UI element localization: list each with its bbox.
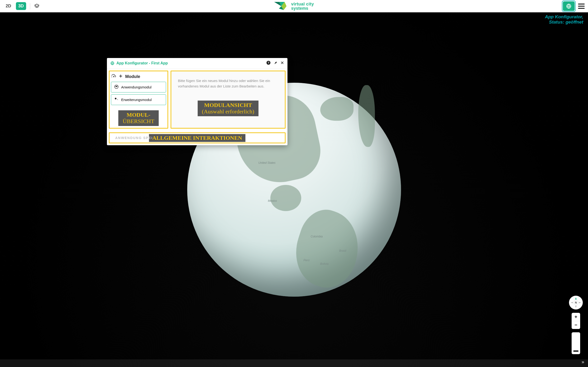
help-icon[interactable]: ? xyxy=(266,60,271,66)
zoom-out-button[interactable]: − xyxy=(572,321,580,329)
panel-header: App Konfigurator - First App ? xyxy=(107,58,287,69)
save-application-button[interactable]: ANWENDUNG SPEI xyxy=(115,136,153,140)
svg-marker-0 xyxy=(35,4,39,6)
brand-line1: virtual city xyxy=(291,2,314,6)
bottom-bar xyxy=(0,359,588,367)
zoom-in-button[interactable]: + xyxy=(572,313,580,321)
svg-marker-14 xyxy=(579,302,581,303)
status-label: App Konfigurator, Status: geöffnet xyxy=(545,14,583,25)
brand-line2: systems xyxy=(291,6,314,10)
status-line2: Status: geöffnet xyxy=(545,19,583,25)
pin-icon[interactable] xyxy=(274,61,278,66)
map-viewport[interactable]: Canada United States Mexico Colombia Per… xyxy=(0,12,588,367)
annotation-module-view: MODULANSICHT (Auswahl erforderlich) xyxy=(198,100,259,116)
layers-icon[interactable] xyxy=(34,3,40,9)
globe-icon xyxy=(110,61,114,65)
menu-button[interactable] xyxy=(578,4,585,9)
topbar-right xyxy=(562,0,585,12)
view-2d-button[interactable]: 2D xyxy=(3,2,14,10)
globe-icon xyxy=(566,3,572,9)
topbar-left: 2D 3D xyxy=(3,2,40,10)
app-configurator-panel: App Konfigurator - First App ? M xyxy=(107,58,287,145)
map-controls: N + − xyxy=(569,296,583,354)
tilt-slider[interactable] xyxy=(572,332,580,354)
module-item-label: Erweiterungsmodul xyxy=(121,98,152,102)
close-icon[interactable] xyxy=(280,61,284,66)
module-view-section: Bitte fügen Sie ein neues Modul hinzu od… xyxy=(171,71,286,129)
extension-module-icon xyxy=(114,97,119,102)
app-module-icon xyxy=(114,84,119,90)
divider xyxy=(30,3,30,9)
zoom-controls: + − xyxy=(572,313,580,329)
annotation-module-overview: MODUL- ÜBERSICHT xyxy=(118,110,158,126)
tilt-slider-handle[interactable] xyxy=(573,350,579,352)
compass-button[interactable]: N xyxy=(569,296,583,309)
svg-marker-12 xyxy=(575,306,577,308)
view-3d-button[interactable]: 3D xyxy=(16,2,26,10)
compass-icon: N xyxy=(570,297,582,309)
panel-title-text: App Konfigurator - First App xyxy=(116,61,168,65)
svg-marker-13 xyxy=(571,302,573,303)
module-section-title: Module xyxy=(125,74,140,79)
svg-text:?: ? xyxy=(268,61,269,64)
module-view-placeholder: Bitte fügen Sie ein neues Modul hinzu od… xyxy=(178,78,278,89)
svg-text:N: N xyxy=(575,301,577,304)
logo-mark-icon xyxy=(274,2,288,10)
add-module-icon[interactable] xyxy=(119,74,123,79)
svg-point-10 xyxy=(115,98,116,99)
status-line1: App Konfigurator, xyxy=(545,14,583,19)
module-item-anwendung[interactable]: Anwendungsmodul xyxy=(111,82,166,92)
annotation-general-interactions: ALLGEMEINE INTERAKTIONEN xyxy=(149,134,245,142)
svg-marker-11 xyxy=(575,297,577,300)
module-item-label: Anwendungsmodul xyxy=(121,85,152,89)
module-overview-section: Module Anwendungsmodul Erweiterungsmodul… xyxy=(109,71,168,129)
general-interactions-section: ANWENDUNG SPEI ALLGEMEINE INTERAKTIONEN xyxy=(109,132,286,143)
app-configurator-button[interactable] xyxy=(563,1,575,11)
expand-bottom-icon[interactable]: » xyxy=(582,359,584,365)
brand-logo: virtual city systems xyxy=(274,2,314,10)
topbar: 2D 3D virtual city systems xyxy=(0,0,588,12)
upload-icon[interactable] xyxy=(111,74,116,79)
app-configurator-highlight xyxy=(562,0,576,12)
module-item-erweiterung[interactable]: Erweiterungsmodul xyxy=(111,94,166,105)
